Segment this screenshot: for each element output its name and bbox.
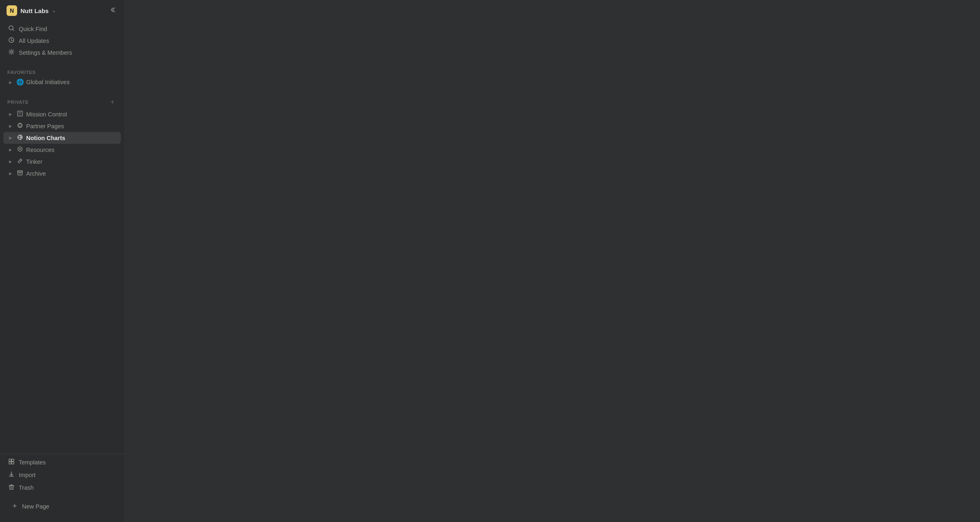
new-page-label: New Page [22, 503, 49, 510]
tinker-label: Tinker [26, 158, 118, 165]
global-initiatives-label: Global Initiatives [26, 79, 118, 85]
trash-label: Trash [19, 484, 34, 491]
partner-pages-label: Partner Pages [26, 123, 118, 129]
new-page-button[interactable]: + New Page [7, 499, 118, 514]
quick-find-button[interactable]: Quick Find [3, 23, 121, 35]
mission-control-icon [16, 110, 24, 118]
sidebar-item-global-initiatives[interactable]: ▶ 🌐 Global Initiatives [3, 76, 121, 88]
sidebar-item-resources[interactable]: ▶ Resources [3, 144, 121, 156]
private-section-header: PRIVATE + [0, 96, 124, 108]
chevron-right-icon: ▶ [7, 147, 14, 152]
all-updates-button[interactable]: All Updates [3, 35, 121, 47]
svg-point-8 [19, 148, 21, 150]
chevron-right-icon: ▶ [7, 124, 14, 128]
sidebar-item-archive[interactable]: ▶ Archive [3, 167, 121, 179]
top-nav: Quick Find All Updates Settings & Member… [0, 21, 124, 60]
clock-icon [7, 37, 16, 45]
partner-pages-icon [16, 122, 24, 130]
import-icon [7, 471, 16, 479]
sidebar-header: N Nutt Labs ⌄ [0, 0, 124, 21]
chevron-right-icon: ▶ [7, 112, 14, 116]
settings-members-button[interactable]: Settings & Members [3, 47, 121, 58]
svg-rect-10 [18, 171, 22, 172]
svg-point-2 [11, 51, 13, 53]
notion-charts-icon [16, 134, 24, 142]
tinker-icon [16, 158, 24, 165]
archive-icon [16, 170, 24, 177]
svg-rect-14 [9, 462, 11, 464]
favorites-section-header: FAVORITES [0, 68, 124, 76]
all-updates-label: All Updates [19, 38, 49, 44]
search-icon [7, 25, 16, 33]
collapse-sidebar-button[interactable] [107, 4, 118, 17]
notion-charts-label: Notion Charts [26, 135, 118, 141]
chevron-right-icon: ▶ [7, 80, 14, 85]
sidebar-item-tinker[interactable]: ▶ Tinker [3, 156, 121, 167]
trash-button[interactable]: Trash [3, 481, 121, 494]
resources-label: Resources [26, 147, 118, 153]
svg-rect-13 [12, 459, 14, 462]
sidebar: N Nutt Labs ⌄ Quick Find [0, 0, 124, 522]
sidebar-item-partner-pages[interactable]: ▶ Partner Pages [3, 120, 121, 132]
chevron-right-icon: ▶ [7, 136, 14, 140]
templates-button[interactable]: Templates [3, 456, 121, 468]
sidebar-item-notion-charts[interactable]: ▶ Notion Charts [3, 132, 121, 144]
private-label: PRIVATE [7, 100, 29, 105]
settings-members-label: Settings & Members [19, 49, 72, 56]
templates-icon [7, 458, 16, 466]
workspace-chevron-icon: ⌄ [52, 8, 56, 13]
mission-control-label: Mission Control [26, 111, 118, 118]
quick-find-label: Quick Find [19, 26, 47, 32]
workspace-name: Nutt Labs [20, 7, 49, 14]
chevron-right-icon: ▶ [7, 171, 14, 176]
workspace-switcher[interactable]: N Nutt Labs ⌄ [7, 5, 56, 16]
add-private-page-button[interactable]: + [108, 98, 117, 107]
chevron-right-icon: ▶ [7, 159, 14, 164]
main-content [124, 0, 980, 522]
sidebar-item-mission-control[interactable]: ▶ Mission Control [3, 108, 121, 120]
svg-rect-15 [12, 462, 14, 464]
svg-rect-3 [18, 111, 22, 116]
plus-icon: + [11, 502, 19, 511]
sidebar-footer: Templates Import Trash [0, 454, 124, 522]
resources-icon [16, 146, 24, 154]
global-initiatives-icon: 🌐 [16, 78, 24, 86]
svg-rect-12 [9, 459, 11, 462]
gear-icon [7, 49, 16, 56]
import-label: Import [19, 472, 36, 478]
workspace-icon: N [7, 5, 17, 16]
favorites-label: FAVORITES [7, 70, 36, 75]
trash-icon [7, 484, 16, 491]
templates-label: Templates [19, 459, 46, 466]
import-button[interactable]: Import [3, 468, 121, 481]
archive-label: Archive [26, 170, 118, 177]
